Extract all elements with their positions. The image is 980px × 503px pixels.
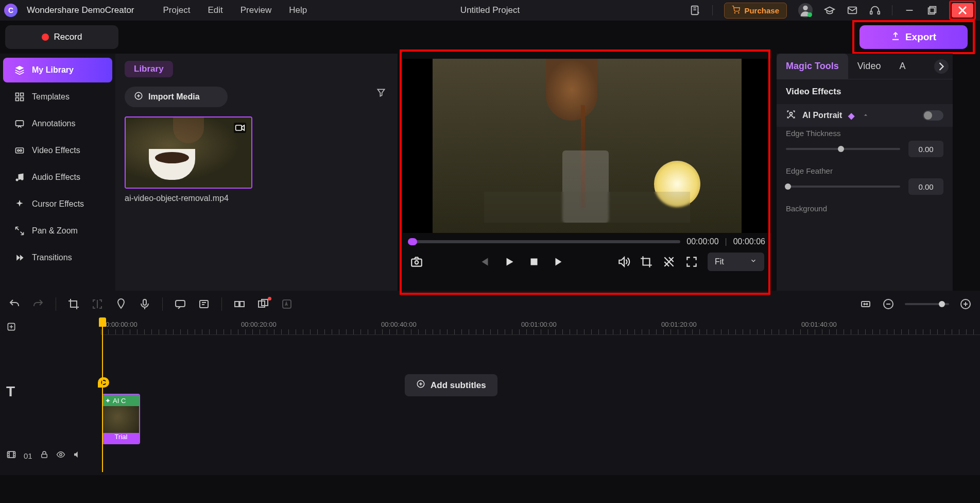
sidebar-item-my-library[interactable]: My Library	[3, 58, 112, 82]
undo-icon[interactable]	[8, 298, 21, 310]
sidebar-item-transitions[interactable]: Transitions	[3, 245, 112, 270]
menu-preview[interactable]: Preview	[240, 5, 271, 15]
add-track-icon[interactable]	[6, 322, 16, 334]
lock-icon[interactable]	[40, 450, 49, 461]
playhead[interactable]	[102, 317, 103, 472]
notes-icon[interactable]	[690, 5, 701, 16]
timeline-ruler[interactable]: 00:00:00:00 00:00:20:00 00:00:40:00 00:0…	[101, 317, 980, 335]
fit-timeline-icon[interactable]	[859, 298, 872, 310]
track-film-icon[interactable]	[6, 449, 16, 462]
fit-label: Fit	[715, 257, 724, 266]
library-badge[interactable]: Library	[125, 61, 173, 77]
minimize-icon[interactable]	[904, 5, 915, 16]
tab-audio-cut[interactable]: A	[890, 54, 915, 79]
zoom-slider[interactable]	[905, 303, 949, 305]
tabs-scroll-right-icon[interactable]	[934, 59, 949, 74]
sidebar-item-pan-zoom[interactable]: Pan & Zoom	[3, 219, 112, 243]
edge-feather-slider[interactable]	[786, 186, 900, 188]
add-subtitles-button[interactable]: Add subtitles	[405, 374, 497, 396]
play-icon[interactable]	[503, 255, 516, 269]
svg-point-2	[738, 12, 739, 13]
media-thumbnail[interactable]	[125, 116, 252, 189]
menu-help[interactable]: Help	[289, 5, 307, 15]
collapse-icon[interactable]	[863, 111, 869, 120]
zoom-knob[interactable]	[939, 301, 945, 307]
svg-rect-28	[143, 299, 146, 305]
align-icon[interactable]	[233, 298, 246, 310]
overlay-icon[interactable]	[257, 298, 269, 310]
sidebar-item-annotations[interactable]: Annotations	[3, 111, 112, 136]
maximize-icon[interactable]	[926, 5, 938, 16]
ai-tool-icon[interactable]	[281, 298, 293, 310]
headset-icon[interactable]	[869, 5, 881, 16]
purchase-button[interactable]: Purchase	[724, 3, 787, 19]
tab-magic-tools[interactable]: Magic Tools	[777, 54, 848, 79]
scrub-track[interactable]	[409, 240, 680, 243]
sidebar-item-video-effects[interactable]: Video Effects	[3, 138, 112, 163]
timeline-tracks[interactable]: 00:00:00:00 00:00:20:00 00:00:40:00 00:0…	[101, 317, 980, 475]
graduation-icon[interactable]	[824, 5, 835, 16]
crop-tool-icon[interactable]	[67, 298, 80, 310]
menu-project[interactable]: Project	[163, 5, 191, 15]
edge-thickness-label: Edge Thickness	[777, 127, 953, 140]
media-clip-card[interactable]: ai-video-object-removal.mp4	[125, 116, 252, 203]
ruler-mark: 00:01:00:00	[521, 321, 557, 328]
user-avatar[interactable]	[798, 3, 813, 18]
export-button[interactable]: Export	[859, 25, 968, 49]
svg-rect-29	[176, 300, 185, 307]
fit-dropdown[interactable]: Fit	[708, 253, 764, 271]
zoom-out-icon[interactable]	[882, 298, 895, 310]
edge-thickness-value[interactable]: 0.00	[908, 141, 943, 157]
properties-tabs: Magic Tools Video A	[777, 54, 953, 79]
preview-viewport[interactable]	[403, 59, 771, 233]
edge-thickness-slider[interactable]	[786, 148, 900, 150]
sidebar-item-label: Audio Effects	[32, 173, 80, 182]
fullscreen-icon[interactable]	[685, 255, 698, 269]
zoom-in-icon[interactable]	[959, 298, 972, 310]
svg-rect-6	[878, 11, 880, 14]
slider-knob[interactable]	[838, 146, 844, 152]
close-button[interactable]	[952, 3, 973, 18]
svg-rect-9	[929, 8, 935, 14]
next-frame-icon[interactable]	[552, 255, 565, 269]
snapshot-icon[interactable]	[410, 255, 423, 269]
text-track-icon[interactable]: T	[6, 383, 15, 400]
eye-icon[interactable]	[56, 450, 65, 461]
separator	[712, 5, 713, 15]
chat-icon[interactable]	[174, 298, 186, 310]
ai-portrait-row[interactable]: AI Portrait ◆	[777, 104, 953, 127]
marker-icon[interactable]	[115, 298, 127, 310]
record-button[interactable]: Record	[5, 25, 118, 49]
sidebar-item-audio-effects[interactable]: Audio Effects	[3, 165, 112, 190]
toolbar-row: Record Export	[0, 21, 980, 54]
ai-portrait-toggle[interactable]	[923, 110, 943, 121]
title-bar: C Wondershare DemoCreator Project Edit P…	[0, 0, 980, 21]
filter-icon[interactable]	[376, 88, 386, 100]
sidebar-item-templates[interactable]: Templates	[3, 85, 112, 109]
transitions-icon	[14, 253, 25, 263]
tab-video[interactable]: Video	[848, 54, 890, 79]
grid-overlay-icon[interactable]	[662, 255, 676, 269]
sidebar-item-cursor-effects[interactable]: Cursor Effects	[3, 192, 112, 216]
edge-feather-value[interactable]: 0.00	[908, 178, 943, 195]
card-icon[interactable]	[198, 298, 210, 310]
volume-icon[interactable]	[617, 255, 630, 269]
split-icon[interactable]	[91, 298, 104, 310]
purchase-label: Purchase	[744, 6, 779, 15]
mute-icon[interactable]	[73, 450, 82, 461]
import-media-button[interactable]: Import Media	[125, 87, 228, 107]
text-track-marker[interactable]: C	[98, 377, 109, 388]
timeline-clip[interactable]: ✦ AI C Trial	[102, 394, 140, 444]
redo-icon[interactable]	[32, 298, 44, 310]
svg-rect-8	[930, 7, 936, 13]
mic-icon[interactable]	[139, 298, 151, 310]
mail-icon[interactable]	[847, 5, 858, 16]
crop-icon[interactable]	[640, 255, 653, 269]
svg-point-18	[18, 149, 19, 151]
scrub-handle[interactable]	[408, 238, 417, 245]
ruler-mark: 00:00:40:00	[381, 321, 417, 328]
slider-knob[interactable]	[785, 183, 791, 190]
menu-edit[interactable]: Edit	[208, 5, 222, 15]
stop-icon[interactable]	[527, 255, 541, 269]
prev-frame-icon[interactable]	[478, 255, 491, 269]
